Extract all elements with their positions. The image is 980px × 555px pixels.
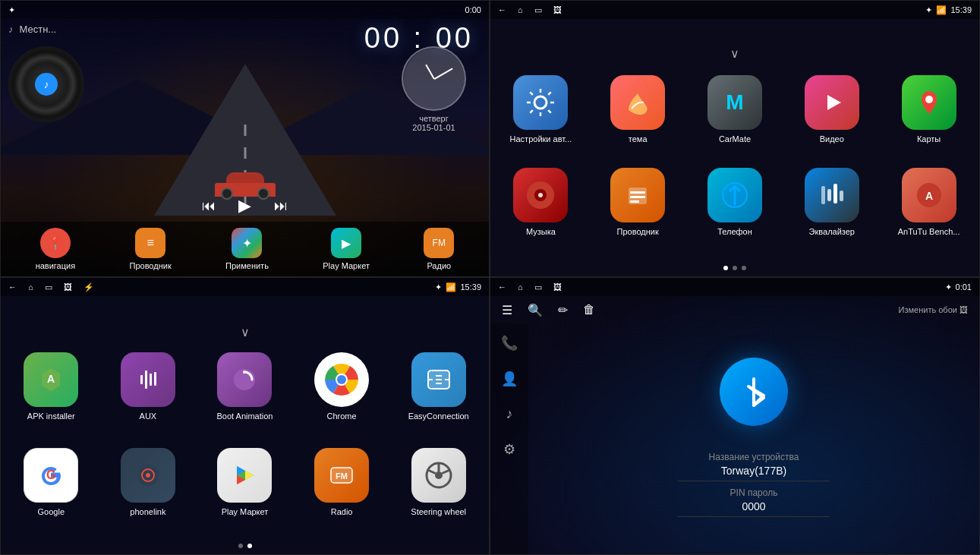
contacts-icon[interactable]: 👤 xyxy=(501,371,518,387)
next-button[interactable]: ⏭ xyxy=(274,198,288,214)
screenshot-icon[interactable]: 🖼 xyxy=(553,282,562,292)
app-google[interactable]: G Google xyxy=(5,437,98,528)
status-right: ✦ 📶 15:39 xyxy=(435,282,481,292)
prev-button[interactable]: ⏮ xyxy=(202,198,216,214)
phone-icon xyxy=(707,168,762,222)
app-boot-animation[interactable]: Boot Animation xyxy=(198,341,291,433)
app-apk-installer[interactable]: A APK installer xyxy=(5,341,98,433)
radio-label: Радио xyxy=(427,261,451,270)
dot-1[interactable] xyxy=(238,544,243,548)
recent-icon[interactable]: ▭ xyxy=(534,5,542,15)
easy-label: EasyConnection xyxy=(408,412,469,421)
eq-label: Эквалайзер xyxy=(809,227,855,236)
steering-icon xyxy=(411,448,466,503)
music-note-icon: ♪ xyxy=(8,24,14,35)
music-sidebar-icon[interactable]: ♪ xyxy=(506,406,513,422)
playmarket-app[interactable]: ▶ Play Маркет xyxy=(323,228,370,270)
home-icon[interactable]: ⌂ xyxy=(518,282,523,292)
nav-icons-left: ← ⌂ ▭ 🖼 xyxy=(498,282,562,292)
dot-2[interactable] xyxy=(733,266,737,270)
home-icon[interactable]: ⌂ xyxy=(28,282,33,292)
phonelink-label: phonelink xyxy=(130,507,165,516)
usb-icon: ⚡ xyxy=(84,282,94,292)
radio-app[interactable]: FM Радио xyxy=(424,228,454,270)
svg-rect-20 xyxy=(140,375,143,384)
play-button[interactable]: ▶ xyxy=(238,196,251,216)
dot-1[interactable] xyxy=(723,266,728,270)
app-grid: Настройки авт... тема M CarMate Видео Ка… xyxy=(490,58,979,254)
screenshot-icon[interactable]: 🖼 xyxy=(553,5,562,15)
steering-label: Steering wheel xyxy=(411,507,466,516)
wallpaper-button[interactable]: Изменить обои 🖼 xyxy=(899,305,968,314)
back-icon[interactable]: ← xyxy=(498,5,506,15)
status-bar: ← ⌂ ▭ 🖼 ✦ 0:01 xyxy=(490,278,979,296)
svg-point-2 xyxy=(925,96,933,103)
car-decoration xyxy=(215,174,276,197)
dot-3[interactable] xyxy=(742,266,746,270)
back-icon[interactable]: ← xyxy=(498,282,506,292)
app-files[interactable]: Проводник xyxy=(591,158,685,247)
app-phone[interactable]: Телефон xyxy=(689,158,782,247)
svg-rect-21 xyxy=(154,372,156,386)
files-label: Проводник xyxy=(130,261,172,270)
back-icon[interactable]: ← xyxy=(8,282,17,292)
settings-sidebar-icon[interactable]: ⚙ xyxy=(503,441,515,458)
radio-label: Radio xyxy=(331,507,353,516)
app-settings[interactable]: Настройки авт... xyxy=(494,65,588,154)
search-icon[interactable]: 🔍 xyxy=(528,303,543,317)
app-video[interactable]: Видео xyxy=(785,65,878,154)
recent-icon[interactable]: ▭ xyxy=(45,282,52,292)
dot-2[interactable] xyxy=(247,544,252,548)
antutu-label: AnTuTu Bench... xyxy=(898,227,960,236)
phonelink-icon xyxy=(121,448,175,503)
svg-marker-1 xyxy=(827,95,841,110)
page-dots xyxy=(723,266,746,270)
svg-point-5 xyxy=(538,193,543,197)
svg-text:FM: FM xyxy=(336,471,348,481)
status-time: 0:01 xyxy=(956,282,972,292)
app-radio[interactable]: FM Radio xyxy=(295,437,389,528)
delete-icon[interactable]: 🗑 xyxy=(583,303,595,317)
app-music[interactable]: Музыка xyxy=(494,158,588,247)
app-carmate[interactable]: M CarMate xyxy=(689,65,782,154)
app-drawer-grid: A APK installer AUX Boot Animation xyxy=(1,337,489,531)
antutu-icon: A xyxy=(902,168,956,222)
clock-day: четверг 2015-01-01 xyxy=(412,114,455,132)
app-steering-wheel[interactable]: Steering wheel xyxy=(392,437,485,528)
vinyl-record: ♪ xyxy=(8,46,84,122)
svg-point-23 xyxy=(243,371,246,374)
home-icon[interactable]: ⌂ xyxy=(518,5,523,15)
nav-app[interactable]: 📍 навигация xyxy=(36,228,75,270)
app-chrome[interactable]: Chrome xyxy=(295,341,389,433)
app-play-market[interactable]: Play Маркет xyxy=(198,437,291,528)
app-theme[interactable]: тема xyxy=(591,65,685,154)
status-time: 15:39 xyxy=(460,282,481,292)
wifi-icon: 📶 xyxy=(446,282,456,292)
app-maps[interactable]: Карты xyxy=(882,65,975,154)
svg-rect-7 xyxy=(630,191,645,194)
radio-icon: FM xyxy=(314,448,369,503)
bluetooth-icon: ✦ xyxy=(435,282,442,292)
files-app[interactable]: ≡ Проводник xyxy=(130,228,172,270)
list-icon[interactable]: ☰ xyxy=(502,303,512,317)
svg-text:A: A xyxy=(925,190,933,202)
nav-icons-left: ← ⌂ ▭ 🖼 ⚡ xyxy=(8,282,94,292)
app-eq[interactable]: Эквалайзер xyxy=(785,158,878,247)
edit-icon[interactable]: ✏ xyxy=(558,303,568,317)
app-easy-connection[interactable]: EasyConnection xyxy=(392,341,485,433)
bluetooth-content: Название устройства Torway(177B) PIN пар… xyxy=(528,323,979,554)
app-antutu[interactable]: A AnTuTu Bench... xyxy=(882,158,975,247)
status-right: ✦ 📶 15:39 xyxy=(925,5,972,15)
phone-label: Телефон xyxy=(717,227,752,236)
calls-icon[interactable]: 📞 xyxy=(501,335,518,352)
svg-point-41 xyxy=(435,471,443,479)
settings-label: Настройки авт... xyxy=(510,134,572,143)
svg-rect-8 xyxy=(630,196,645,198)
app-phonelink[interactable]: phonelink xyxy=(102,437,195,528)
svg-marker-37 xyxy=(245,471,254,480)
apply-app[interactable]: ✦ Применить xyxy=(225,228,269,270)
app-aux[interactable]: AUX xyxy=(102,341,195,433)
recent-icon[interactable]: ▭ xyxy=(534,282,542,292)
screenshot-icon[interactable]: 🖼 xyxy=(64,282,72,292)
clock-face: четверг 2015-01-01 xyxy=(404,49,465,109)
